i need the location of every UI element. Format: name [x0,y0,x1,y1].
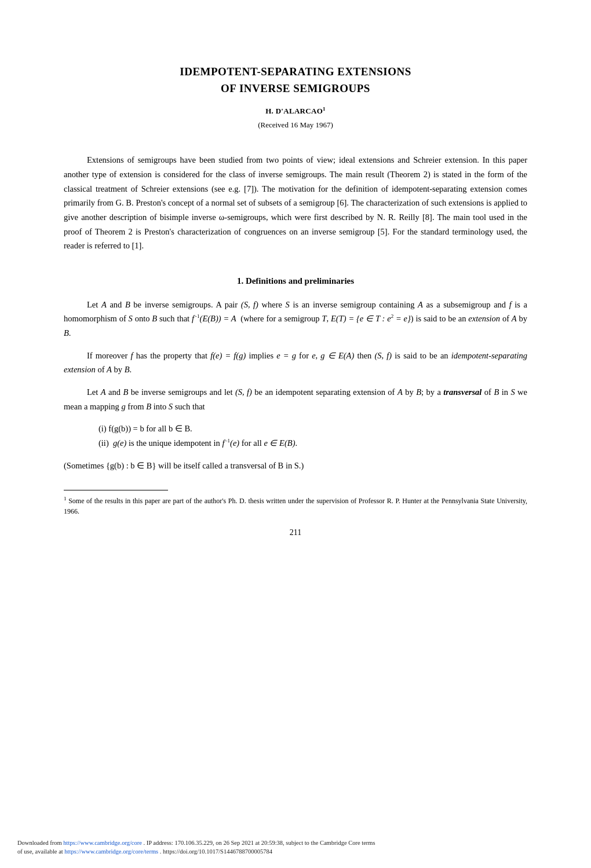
list-item-2: (ii) g(e) is the unique idempotent in f−… [99,436,527,451]
section-1-title: 1. Definitions and preliminaries [64,276,527,286]
main-title-line1: IDEMPOTENT-SEPARATING EXTENSIONS [64,64,527,80]
footnote-divider [64,490,168,490]
main-title-line2: OF INVERSE SEMIGROUPS [64,80,527,97]
footer-ip-text: . IP address: 170.106.35.229, on 26 Sep … [144,840,375,846]
title-section: IDEMPOTENT-SEPARATING EXTENSIONS OF INVE… [64,64,527,130]
page: IDEMPOTENT-SEPARATING EXTENSIONS OF INVE… [0,0,591,868]
author-name: H. D'ALARCAO1 [64,106,527,116]
paragraph-3: Let A and B be inverse semigroups and le… [64,385,527,413]
footer-downloaded-text: Downloaded from [17,840,62,846]
footer-ofuse-text: of use, available at [17,848,63,855]
footnote-superscript: 1 [64,496,67,501]
footer-cambridge-link[interactable]: https://www.cambridge.org/core [63,840,142,846]
paragraph-2: If moreover f has the property that f(e)… [64,349,527,377]
footer-doi-text: . https://doi.org/10.1017/S1446788700005… [160,848,272,855]
received-date: (Received 16 May 1967) [64,120,527,130]
list-item-1: (i) f(g(b)) = b for all b ∈ B. [99,422,527,436]
abstract-paragraph: Extensions of semigroups have been studi… [64,153,527,252]
footnote-text: 1 Some of the results in this paper are … [64,495,527,517]
author-footnote-marker: 1 [323,106,326,112]
footer: Downloaded from https://www.cambridge.or… [0,838,591,857]
footer-terms-link[interactable]: https://www.cambridge.org/core/terms [64,848,158,855]
paragraph-1: Let A and B be inverse semigroups. A pai… [64,298,527,340]
special-note: (Sometimes {g(b) : b ∈ B} will be itself… [64,459,527,473]
page-number: 211 [64,528,527,537]
